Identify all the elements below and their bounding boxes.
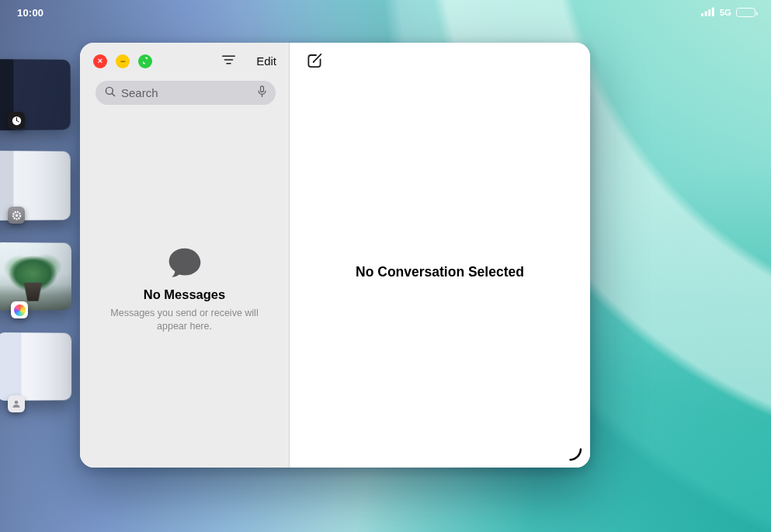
stage-thumbnail-settings[interactable] — [0, 151, 73, 221]
search-icon — [104, 85, 116, 101]
stage-thumbnail-photos[interactable] — [0, 242, 74, 311]
window-resize-handle[interactable] — [567, 446, 582, 461]
status-bar: 10:00 5G — [0, 0, 771, 22]
settings-gear-icon — [8, 207, 25, 224]
network-type-label: 5G — [720, 8, 731, 17]
filter-button[interactable] — [221, 54, 236, 68]
stage-thumbnail-contacts[interactable] — [0, 332, 74, 401]
zoom-window-button[interactable] — [138, 54, 152, 68]
contacts-app-preview — [0, 332, 71, 401]
window-controls: × − — [93, 54, 152, 68]
compose-button[interactable] — [305, 51, 325, 73]
conversations-sidebar: × − Edit — [80, 43, 290, 468]
sidebar-toolbar-actions: Edit — [221, 54, 276, 68]
clock-time: 10:00 — [17, 7, 43, 19]
messages-window: × − Edit — [80, 43, 590, 468]
photos-flower-icon — [11, 301, 28, 318]
chat-bubble-icon — [167, 267, 203, 280]
compose-icon — [305, 51, 325, 73]
fullscreen-arrows-icon — [141, 56, 149, 66]
filter-lines-icon — [221, 54, 236, 68]
dictation-button[interactable] — [256, 85, 268, 101]
search-input[interactable] — [121, 86, 252, 99]
close-window-button[interactable]: × — [93, 54, 107, 68]
stage-thumbnail-clock[interactable] — [0, 59, 73, 130]
no-messages-title: No Messages — [80, 287, 289, 302]
close-icon: × — [98, 57, 102, 65]
status-indicators: 5G — [701, 5, 755, 19]
no-messages-subtitle: Messages you send or receive will appear… — [107, 307, 262, 332]
no-messages-empty-state: No Messages Messages you send or receive… — [80, 246, 289, 332]
no-conversation-selected-title: No Conversation Selected — [290, 264, 590, 280]
battery-icon — [736, 8, 755, 17]
sidebar-toolbar: × − Edit — [80, 43, 289, 73]
ipad-screen: 10:00 5G — [0, 0, 771, 532]
minimize-window-button[interactable]: − — [116, 54, 130, 68]
search-bar[interactable] — [96, 81, 276, 105]
microphone-icon — [256, 85, 268, 101]
photos-app-preview — [0, 242, 71, 311]
edit-button[interactable]: Edit — [256, 54, 276, 68]
clock-icon — [8, 112, 25, 129]
minimize-icon: − — [120, 57, 125, 66]
contacts-person-icon — [8, 395, 25, 412]
conversation-detail-pane: No Conversation Selected — [290, 43, 590, 468]
cellular-signal-icon — [701, 5, 715, 19]
